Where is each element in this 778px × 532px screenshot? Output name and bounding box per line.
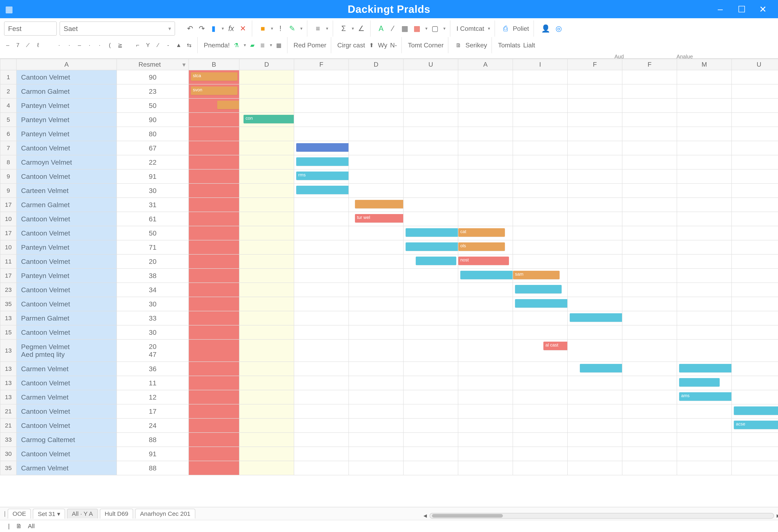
gantt-cell[interactable]	[349, 127, 403, 141]
gantt-cell[interactable]	[349, 433, 403, 447]
name-box-input[interactable]	[4, 21, 57, 36]
gantt-cell[interactable]	[188, 240, 239, 254]
gantt-cell[interactable]	[622, 141, 677, 155]
row2-m5[interactable]: ⇆	[185, 39, 193, 51]
gantt-bar[interactable]	[416, 257, 456, 265]
value-cell[interactable]: 17	[117, 404, 188, 418]
task-name-cell[interactable]: Cantoon Velmet	[16, 404, 117, 418]
col-header[interactable]: D	[239, 59, 294, 70]
row2-m3[interactable]: -	[164, 39, 172, 51]
task-name-cell[interactable]: Panteyn Velmet	[16, 240, 117, 254]
table-row[interactable]: 15Cantoon Velmet30	[0, 325, 778, 339]
table-row[interactable]: 21Cantoon Velmet24acse	[0, 418, 778, 433]
gantt-cell[interactable]	[458, 141, 513, 155]
col-header[interactable]: I	[513, 59, 567, 70]
fill-color-icon[interactable]: ■	[258, 22, 267, 34]
gantt-cell[interactable]	[188, 283, 239, 297]
gantt-cell[interactable]	[349, 198, 403, 212]
gantt-bar[interactable]	[217, 101, 239, 109]
gantt-cell[interactable]	[294, 141, 349, 155]
gantt-bar[interactable]	[406, 242, 458, 251]
gantt-bar[interactable]	[460, 271, 513, 279]
table-row[interactable]: 17Cantoon Velmet50cat	[0, 226, 778, 240]
value-cell[interactable]: 34	[117, 283, 188, 297]
gantt-bar[interactable]	[734, 407, 778, 415]
link-button[interactable]: Lialt	[523, 41, 535, 49]
row-header[interactable]: 10	[0, 240, 16, 254]
gantt-cell[interactable]	[731, 433, 778, 447]
gantt-cell[interactable]	[294, 70, 349, 84]
task-name-cell[interactable]: Cantoon Velmet	[16, 254, 117, 269]
task-name-cell[interactable]: Parmen Galmet	[16, 311, 117, 325]
gantt-cell[interactable]	[677, 269, 731, 283]
gantt-cell[interactable]	[567, 433, 622, 447]
gantt-cell[interactable]	[239, 447, 294, 461]
border-icon[interactable]: ▢	[430, 22, 440, 34]
row2-btn-7[interactable]: ·	[86, 39, 93, 51]
gantt-cell[interactable]	[622, 297, 677, 311]
row-header[interactable]: 4	[0, 98, 16, 113]
gantt-cell[interactable]	[403, 269, 458, 283]
gantt-cell[interactable]	[188, 447, 239, 461]
gantt-cell[interactable]	[403, 339, 458, 362]
gantt-cell[interactable]	[458, 404, 513, 418]
gantt-cell[interactable]	[458, 447, 513, 461]
gantt-cell[interactable]	[239, 283, 294, 297]
table-row[interactable]: 9Cantoon Velmet91rms	[0, 169, 778, 183]
gantt-cell[interactable]	[349, 113, 403, 127]
horizontal-scrollbar[interactable]: ◀ ▶	[430, 513, 774, 519]
spreadsheet-viewport[interactable]: A Resmet ▾ B D F D U A I F F M U M 1Cant…	[0, 59, 778, 507]
gantt-cell[interactable]	[294, 198, 349, 212]
angle-icon[interactable]: ∠	[357, 22, 366, 34]
value-cell[interactable]: 38	[117, 269, 188, 283]
gantt-cell[interactable]	[622, 155, 677, 169]
row-header[interactable]: 17	[0, 269, 16, 283]
gantt-cell[interactable]	[677, 155, 731, 169]
gantt-cell[interactable]	[622, 198, 677, 212]
copy-cast-button[interactable]: Cirgr cast	[337, 41, 365, 49]
gantt-cell[interactable]	[403, 127, 458, 141]
gantt-cell[interactable]	[294, 84, 349, 98]
row2-m4[interactable]: ▲	[175, 39, 183, 51]
gantt-cell[interactable]	[239, 183, 294, 198]
gantt-cell[interactable]	[349, 155, 403, 169]
gantt-cell[interactable]	[239, 311, 294, 325]
row2-btn-9[interactable]: (	[106, 39, 113, 51]
table-row[interactable]: 2Carmon Galmet23svon	[0, 84, 778, 98]
gantt-cell[interactable]	[458, 198, 513, 212]
spreadsheet-grid[interactable]: A Resmet ▾ B D F D U A I F F M U M 1Cant…	[0, 59, 778, 475]
task-name-cell[interactable]: Cantoon Velmet	[16, 226, 117, 240]
gantt-cell[interactable]	[349, 269, 403, 283]
gantt-cell[interactable]	[188, 269, 239, 283]
gantt-bar[interactable]: stca	[191, 72, 237, 81]
gantt-cell[interactable]	[513, 226, 567, 240]
gantt-bar[interactable]	[296, 157, 349, 166]
gantt-cell[interactable]	[622, 390, 677, 404]
globe-icon[interactable]: ◎	[554, 22, 563, 34]
gantt-cell[interactable]	[513, 297, 567, 311]
wy-label[interactable]: Wy	[378, 41, 387, 49]
gantt-bar[interactable]: svon	[191, 86, 237, 95]
gantt-cell[interactable]	[403, 404, 458, 418]
gantt-cell[interactable]	[294, 433, 349, 447]
gantt-cell[interactable]	[188, 339, 239, 362]
gantt-cell[interactable]	[458, 362, 513, 376]
col-header[interactable]: F	[622, 59, 677, 70]
gantt-cell[interactable]	[403, 183, 458, 198]
task-name-cell[interactable]: Pegmen VelmetAed pmteq lity	[16, 339, 117, 362]
gantt-cell[interactable]	[513, 169, 567, 183]
gantt-cell[interactable]	[622, 183, 677, 198]
gantt-cell[interactable]	[188, 418, 239, 433]
redo-icon[interactable]: ↷	[197, 22, 206, 34]
value-cell[interactable]: 90	[117, 113, 188, 127]
gantt-cell[interactable]	[188, 404, 239, 418]
gantt-cell[interactable]	[622, 447, 677, 461]
bars-icon[interactable]: ≣	[259, 39, 266, 51]
clear-icon[interactable]: ✕	[238, 22, 247, 34]
minimize-button[interactable]: –	[713, 4, 727, 14]
gantt-cell[interactable]	[513, 283, 567, 297]
gantt-cell[interactable]	[677, 198, 731, 212]
print-icon[interactable]: ⎙	[501, 22, 510, 34]
gantt-cell[interactable]	[403, 226, 458, 240]
gantt-cell[interactable]: al cast	[513, 339, 567, 362]
